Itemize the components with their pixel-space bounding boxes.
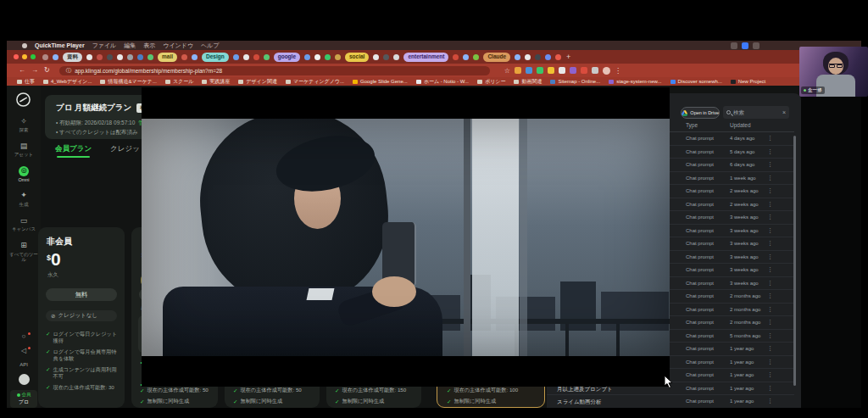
browser-tab[interactable] [147,54,153,60]
extension-icon[interactable] [526,67,532,74]
bookmark-item[interactable]: 実践講座 [202,78,230,86]
row-menu-icon[interactable]: ⋮ [767,135,773,142]
extension-icon[interactable] [515,67,521,74]
row-menu-icon[interactable]: ⋮ [767,266,773,273]
open-in-drive-button[interactable]: Open in Drive [681,107,720,119]
row-menu-icon[interactable]: ⋮ [767,201,773,208]
extension-icon[interactable] [570,67,576,74]
browser-tab[interactable] [243,54,249,60]
extension-icon[interactable] [537,67,543,74]
browser-tab[interactable]: 資料 [63,53,82,62]
row-menu-icon[interactable]: ⋮ [767,175,773,181]
bookmark-item[interactable]: ホーム - Notio - W... [416,78,469,86]
address-bar[interactable]: ⓘ app.klingai.com/global/membership/memb… [59,66,490,75]
row-menu-icon[interactable]: ⋮ [767,371,773,378]
row-menu-icon[interactable]: ⋮ [767,398,773,404]
forward-button[interactable]: → [31,67,38,74]
bookmark-star-icon[interactable]: ☆ [504,67,510,75]
close-window-button[interactable] [14,54,19,59]
bookmark-item[interactable]: New Project [731,79,765,84]
menubar-app-name[interactable]: QuickTime Player [35,42,85,48]
sidebar-nav-item[interactable]: ✦ 生成 [7,189,41,209]
sidebar-nav-item[interactable]: ▭ キャンバス [7,214,41,233]
browser-tab[interactable] [127,54,133,60]
apple-icon[interactable] [22,43,27,48]
row-menu-icon[interactable]: ⋮ [767,385,773,392]
browser-tab[interactable] [463,54,469,60]
browser-tab[interactable] [373,54,379,60]
panel-scrollbar[interactable] [793,136,796,386]
browser-tab[interactable] [192,54,198,60]
search-input[interactable] [733,109,780,115]
row-menu-icon[interactable]: ⋮ [767,359,773,365]
browser-tab[interactable] [555,54,561,60]
sidebar-nav-item[interactable]: ⊚ Omni [7,164,41,184]
bookmark-item[interactable]: デザイン関連 [238,78,277,86]
file-row[interactable]: スライム動画分析 Chat prompt 1 year ago ⋮ [547,395,794,409]
bookmark-item[interactable]: マーケティングノウ... [286,78,344,86]
row-menu-icon[interactable]: ⋮ [767,161,773,168]
browser-tab[interactable] [304,54,310,60]
extension-icon[interactable] [548,67,554,74]
notifications-bell-icon[interactable]: ○ [7,333,41,340]
browser-tab[interactable]: entertainment [403,53,448,62]
free-plan-button[interactable]: 無料 [46,288,117,301]
browser-tab[interactable] [53,54,58,60]
browser-tab[interactable] [453,54,459,60]
browser-tab[interactable] [393,54,399,60]
video-player-window[interactable] [142,87,670,387]
browser-tab[interactable] [325,54,331,60]
bookmark-item[interactable]: Discover somewh... [670,79,722,84]
browser-tab[interactable] [515,54,520,60]
browser-tab[interactable] [535,54,541,60]
browser-tab[interactable]: social [345,53,369,62]
row-menu-icon[interactable]: ⋮ [767,254,773,260]
menubar-menu-item[interactable]: ファイル [92,42,117,50]
bookmark-item[interactable]: Google Slide Gene... [353,79,408,84]
api-link[interactable]: API [7,362,41,367]
user-avatar[interactable] [19,374,30,385]
row-menu-icon[interactable]: ⋮ [767,345,773,352]
browser-tab[interactable] [137,54,143,60]
browser-tab[interactable]: google [274,53,300,62]
new-tab-button[interactable]: + [566,53,570,61]
browser-tab[interactable] [86,54,92,60]
browser-tab[interactable]: Claude [483,53,510,62]
row-menu-icon[interactable]: ⋮ [767,306,773,313]
bookmark-item[interactable]: ポリシー [477,78,505,86]
row-menu-icon[interactable]: ⋮ [767,148,773,155]
reload-button[interactable]: ↻ [44,67,50,74]
row-menu-icon[interactable]: ⋮ [767,227,773,234]
browser-tab[interactable] [335,54,341,60]
browser-tab[interactable] [314,54,320,60]
browser-tab[interactable]: Design [202,53,229,62]
control-center-icon[interactable] [753,42,760,49]
klingai-logo-icon[interactable] [15,92,31,111]
row-menu-icon[interactable]: ⋮ [767,319,773,326]
membership-tab[interactable]: 会員プラン [55,144,92,158]
browser-tab[interactable] [181,54,187,60]
browser-tab[interactable] [97,54,103,60]
webcam-overlay[interactable]: 金一修 [799,47,868,97]
bookmark-item[interactable]: stage-system-new... [609,79,661,84]
sidebar-nav-item[interactable]: ⊞ すべてのツール [7,239,41,265]
menubar-menu-item[interactable]: 表示 [143,42,155,50]
bookmark-item[interactable]: Sitemap - Online... [550,79,600,84]
column-type[interactable]: Type [686,122,698,128]
menubar-menu-item[interactable]: 編集 [124,42,136,50]
browser-tab[interactable] [233,54,239,60]
bookmark-item[interactable]: 動画関連 [514,78,542,86]
announcements-megaphone-icon[interactable]: ◁ [7,348,41,354]
bookmark-item[interactable]: スクール [165,78,193,86]
zoom-window-button[interactable] [31,54,36,59]
clear-search-icon[interactable]: × [782,109,786,115]
browser-tab[interactable] [383,54,389,60]
extension-icon[interactable] [592,67,598,74]
column-updated[interactable]: Updated [730,122,751,128]
extension-icon[interactable] [581,67,587,74]
browser-tab[interactable] [107,54,113,60]
browser-menu-icon[interactable]: ⋮ [615,67,621,75]
back-button[interactable]: ← [19,67,25,74]
site-info-icon[interactable]: ⓘ [66,67,72,75]
browser-tab[interactable] [42,54,48,60]
